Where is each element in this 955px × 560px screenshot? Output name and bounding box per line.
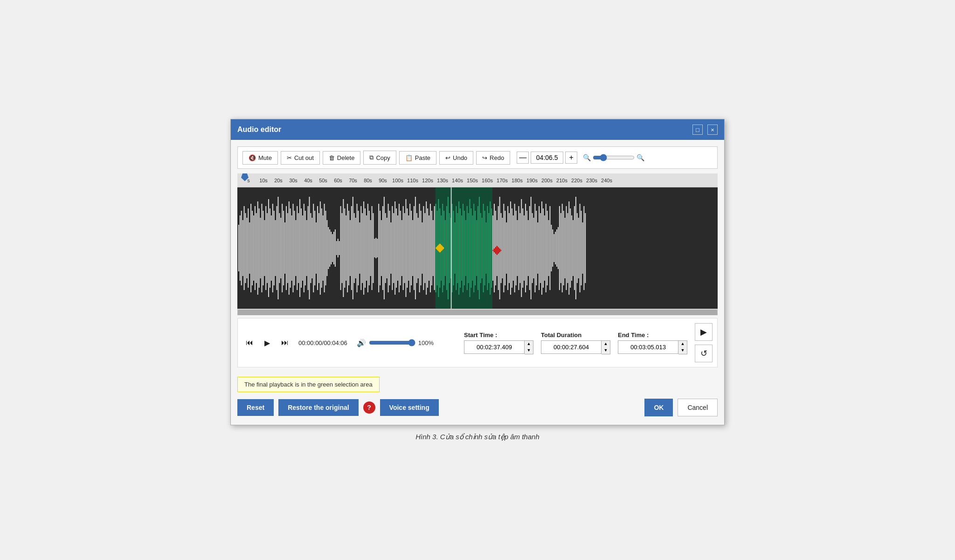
copy-icon: ⧉: [369, 154, 374, 161]
mute-icon: 🔇: [249, 154, 256, 161]
scrollbar-thumb[interactable]: [238, 310, 717, 315]
volume-slider[interactable]: [369, 339, 415, 346]
svg-rect-144: [434, 206, 435, 290]
svg-rect-102: [377, 239, 378, 257]
total-duration-input[interactable]: [541, 340, 602, 354]
svg-rect-113: [392, 206, 393, 290]
mute-button[interactable]: 🔇 Mute: [242, 151, 278, 165]
ok-cancel-group: OK Cancel: [644, 399, 718, 416]
svg-rect-213: [528, 220, 529, 276]
ok-button[interactable]: OK: [644, 399, 673, 416]
copy-button[interactable]: ⧉ Copy: [363, 151, 396, 165]
ruler-mark: 40s: [301, 178, 316, 183]
ruler-mark: 50s: [316, 178, 331, 183]
cancel-button[interactable]: Cancel: [678, 399, 718, 416]
svg-rect-230: [551, 225, 552, 271]
voice-setting-button[interactable]: Voice setting: [380, 399, 439, 416]
svg-rect-248: [575, 197, 576, 299]
end-time-down[interactable]: ▼: [678, 347, 687, 354]
svg-rect-231: [552, 229, 553, 267]
loop-reset-button[interactable]: ↺: [695, 345, 713, 362]
start-time-up[interactable]: ▲: [525, 341, 533, 347]
svg-rect-214: [529, 206, 530, 290]
redo-button[interactable]: ↪ Redo: [476, 151, 510, 165]
svg-rect-65: [326, 220, 327, 276]
forward-button[interactable]: ⏭: [278, 336, 292, 350]
svg-rect-24: [271, 215, 272, 281]
svg-rect-97: [370, 220, 371, 276]
end-time-input[interactable]: [618, 340, 678, 354]
svg-rect-192: [499, 197, 500, 299]
svg-rect-100: [374, 239, 375, 257]
zoom-slider[interactable]: [593, 154, 635, 161]
start-time-spinners: ▲ ▼: [525, 340, 533, 354]
restore-button[interactable]: Restore the original: [278, 399, 358, 416]
svg-rect-55: [313, 204, 314, 292]
rewind-button[interactable]: ⏮: [242, 336, 256, 350]
svg-rect-119: [400, 211, 401, 285]
svg-rect-108: [385, 213, 386, 283]
play-button[interactable]: ▶: [260, 336, 274, 350]
zoom-out-icon: 🔍: [583, 154, 591, 161]
svg-rect-66: [328, 227, 329, 269]
svg-rect-33: [283, 211, 284, 285]
svg-rect-3: [242, 220, 243, 276]
svg-rect-106: [382, 206, 383, 290]
svg-rect-142: [431, 211, 432, 285]
end-time-up[interactable]: ▲: [678, 341, 687, 347]
start-time-input-row: ▲ ▼: [464, 340, 533, 354]
total-duration-label: Total Duration: [541, 332, 610, 339]
svg-rect-4: [244, 206, 245, 290]
svg-rect-58: [317, 206, 318, 290]
svg-rect-122: [404, 213, 405, 283]
start-time-input[interactable]: [464, 340, 525, 354]
reset-button[interactable]: Reset: [237, 399, 274, 416]
svg-rect-62: [323, 215, 324, 281]
svg-rect-88: [358, 211, 359, 285]
redo-label: Redo: [490, 154, 504, 161]
paste-button[interactable]: 📋 Paste: [399, 151, 436, 165]
svg-rect-132: [418, 218, 419, 278]
total-duration-down[interactable]: ▼: [602, 347, 610, 354]
time-plus-button[interactable]: +: [565, 152, 577, 164]
svg-rect-83: [351, 206, 352, 290]
title-bar: Audio editor □ ×: [231, 119, 724, 140]
play-selection-button[interactable]: ▶: [695, 323, 713, 341]
close-button[interactable]: ×: [707, 124, 718, 135]
delete-button[interactable]: 🗑 Delete: [323, 151, 361, 165]
svg-rect-27: [275, 220, 276, 276]
svg-rect-9: [250, 204, 251, 292]
svg-rect-135: [422, 222, 422, 274]
help-button[interactable]: ?: [363, 401, 375, 414]
timeline-ruler: s 10s 20s 30s 40s 50s 60s 70s 80s 90s 10…: [237, 173, 718, 187]
svg-rect-56: [314, 211, 315, 285]
waveform-container[interactable]: // This won't run in SVG context, bars g…: [237, 187, 718, 309]
total-duration-up[interactable]: ▲: [602, 341, 610, 347]
volume-control: 🔊 100%: [357, 339, 434, 347]
dialog-title: Audio editor: [237, 125, 281, 134]
svg-rect-80: [347, 204, 348, 292]
svg-rect-35: [286, 206, 287, 290]
start-time-down[interactable]: ▼: [525, 347, 533, 354]
undo-button[interactable]: ↩ Undo: [439, 151, 473, 165]
minimize-button[interactable]: □: [692, 124, 703, 135]
svg-rect-131: [416, 213, 417, 283]
svg-rect-128: [412, 220, 413, 276]
info-section: The final playback is in the green selec…: [237, 372, 718, 392]
svg-rect-188: [494, 204, 495, 292]
svg-rect-53: [310, 213, 311, 283]
copy-label: Copy: [376, 154, 390, 161]
time-minus-button[interactable]: —: [517, 152, 529, 164]
caption: Hình 3. Cửa sổ chỉnh sửa tệp âm thanh: [415, 433, 539, 441]
svg-rect-54: [311, 218, 312, 278]
scrollbar-track[interactable]: [237, 309, 718, 315]
svg-rect-68: [331, 232, 332, 264]
svg-rect-51: [308, 206, 309, 290]
svg-rect-138: [426, 201, 427, 295]
ruler-mark: 190s: [525, 178, 540, 183]
start-time-group: Start Time : ▲ ▼: [464, 332, 533, 354]
svg-rect-136: [423, 206, 424, 290]
svg-rect-229: [550, 206, 551, 290]
svg-rect-61: [321, 208, 322, 288]
cutout-button[interactable]: ✂ Cut out: [281, 151, 320, 165]
